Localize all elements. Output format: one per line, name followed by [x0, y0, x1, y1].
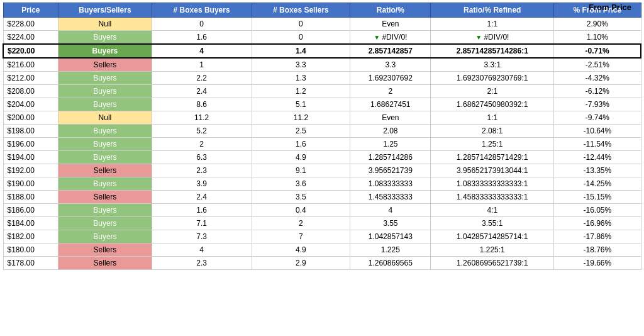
cell-ratio: 2.08 — [350, 125, 431, 138]
cell-boxes-buyers: 2.4 — [152, 85, 252, 98]
table-row: $204.00Buyers8.65.11.686274511.686274509… — [3, 98, 641, 111]
table-row: $198.00Buyers5.22.52.082.08:1-10.64% — [3, 125, 641, 138]
table-row: $188.00Sellers2.43.51.4583333331.4583333… — [3, 191, 641, 204]
cell-price: $198.00 — [3, 125, 58, 138]
cell-boxes-buyers: 2.3 — [152, 164, 252, 177]
cell-boxes-buyers: 4 — [152, 244, 252, 257]
from-price-label: From Price — [589, 3, 631, 12]
cell-from-price: -18.76% — [554, 244, 641, 257]
cell-from-price: -19.66% — [554, 257, 641, 270]
cell-buyers-sellers: Null — [58, 111, 152, 125]
cell-boxes-sellers: 3.5 — [252, 191, 350, 204]
cell-ratio-refined: 2:1 — [431, 85, 554, 98]
cell-boxes-sellers: 2.5 — [252, 125, 350, 138]
cell-ratio: ▼ #DIV/0! — [350, 31, 431, 45]
cell-boxes-buyers: 11.2 — [152, 111, 252, 125]
table-row: $212.00Buyers2.21.31.6923076921.69230769… — [3, 72, 641, 85]
cell-boxes-sellers: 1.2 — [252, 85, 350, 98]
cell-ratio: 3.956521739 — [350, 164, 431, 177]
cell-boxes-sellers: 1.3 — [252, 72, 350, 85]
cell-buyers-sellers: Sellers — [58, 244, 152, 257]
col-ratio-refined: Ratio/% Refined — [431, 3, 554, 18]
col-price: Price — [3, 3, 58, 18]
cell-ratio: 1.68627451 — [350, 98, 431, 111]
table-row: $182.00Buyers7.371.0428571431.0428571428… — [3, 230, 641, 244]
col-boxes-sellers: # Boxes Sellers — [252, 3, 350, 18]
cell-buyers-sellers: Buyers — [58, 177, 152, 191]
cell-boxes-sellers: 5.1 — [252, 98, 350, 111]
cell-buyers-sellers: Buyers — [58, 138, 152, 151]
cell-boxes-buyers: 4 — [152, 44, 252, 58]
cell-boxes-buyers: 1.6 — [152, 31, 252, 45]
cell-ratio-refined: 2.08:1 — [431, 125, 554, 138]
cell-ratio-refined: 1.26086956521739:1 — [431, 257, 554, 270]
cell-boxes-buyers: 7.3 — [152, 230, 252, 244]
cell-boxes-sellers: 11.2 — [252, 111, 350, 125]
cell-buyers-sellers: Buyers — [58, 44, 152, 58]
cell-price: $228.00 — [3, 18, 58, 31]
table-row: $208.00Buyers2.41.222:1-6.12% — [3, 85, 641, 98]
cell-price: $180.00 — [3, 244, 58, 257]
cell-buyers-sellers: Buyers — [58, 217, 152, 230]
cell-from-price: -12.44% — [554, 151, 641, 164]
table-row: $224.00Buyers1.60▼ #DIV/0!▼ #DIV/0!1.10% — [3, 31, 641, 45]
cell-price: $220.00 — [3, 44, 58, 58]
table-row: $184.00Buyers7.123.553.55:1-16.96% — [3, 217, 641, 230]
col-ratio: Ratio/% — [350, 3, 431, 18]
cell-ratio-refined: 2.85714285714286:1 — [431, 44, 554, 58]
cell-from-price: -10.64% — [554, 125, 641, 138]
cell-buyers-sellers: Sellers — [58, 257, 152, 270]
cell-boxes-buyers: 0 — [152, 18, 252, 31]
cell-from-price: -9.74% — [554, 111, 641, 125]
cell-buyers-sellers: Sellers — [58, 164, 152, 177]
cell-price: $208.00 — [3, 85, 58, 98]
cell-buyers-sellers: Buyers — [58, 230, 152, 244]
col-boxes-buyers: # Boxes Buyers — [152, 3, 252, 18]
cell-ratio: Even — [350, 111, 431, 125]
cell-price: $188.00 — [3, 191, 58, 204]
cell-ratio-refined: 3.55:1 — [431, 217, 554, 230]
cell-from-price: -14.25% — [554, 177, 641, 191]
cell-from-price: 2.90% — [554, 18, 641, 31]
cell-from-price: -16.05% — [554, 204, 641, 217]
cell-buyers-sellers: Buyers — [58, 72, 152, 85]
cell-boxes-sellers: 0.4 — [252, 204, 350, 217]
cell-from-price: -11.54% — [554, 138, 641, 151]
cell-ratio: 2.857142857 — [350, 44, 431, 58]
cell-ratio-refined: 1:1 — [431, 18, 554, 31]
cell-ratio: 2 — [350, 85, 431, 98]
cell-ratio-refined: 3.95652173913044:1 — [431, 164, 554, 177]
table-row: $180.00Sellers44.91.2251.225:1-18.76% — [3, 244, 641, 257]
cell-price: $194.00 — [3, 151, 58, 164]
cell-ratio-refined: 1:1 — [431, 111, 554, 125]
cell-price: $196.00 — [3, 138, 58, 151]
cell-from-price: 1.10% — [554, 31, 641, 45]
cell-boxes-sellers: 9.1 — [252, 164, 350, 177]
cell-from-price: -15.15% — [554, 191, 641, 204]
cell-from-price: -16.96% — [554, 217, 641, 230]
cell-boxes-sellers: 0 — [252, 18, 350, 31]
cell-buyers-sellers: Buyers — [58, 151, 152, 164]
cell-price: $178.00 — [3, 257, 58, 270]
cell-buyers-sellers: Buyers — [58, 98, 152, 111]
header-row: Price Buyers/Sellers # Boxes Buyers # Bo… — [3, 3, 641, 18]
cell-buyers-sellers: Buyers — [58, 85, 152, 98]
cell-from-price: -13.35% — [554, 164, 641, 177]
cell-boxes-sellers: 3.3 — [252, 58, 350, 72]
cell-ratio-refined: 1.25:1 — [431, 138, 554, 151]
cell-ratio-refined: 4:1 — [431, 204, 554, 217]
cell-price: $192.00 — [3, 164, 58, 177]
cell-buyers-sellers: Buyers — [58, 204, 152, 217]
cell-ratio-refined: 1.225:1 — [431, 244, 554, 257]
cell-ratio: 1.042857143 — [350, 230, 431, 244]
table-row: $200.00Null11.211.2Even1:1-9.74% — [3, 111, 641, 125]
cell-price: $216.00 — [3, 58, 58, 72]
cell-ratio: 1.225 — [350, 244, 431, 257]
cell-buyers-sellers: Null — [58, 18, 152, 31]
cell-from-price: -17.86% — [554, 230, 641, 244]
cell-ratio-refined: 1.68627450980392:1 — [431, 98, 554, 111]
cell-ratio: 3.55 — [350, 217, 431, 230]
cell-boxes-sellers: 7 — [252, 230, 350, 244]
cell-price: $186.00 — [3, 204, 58, 217]
cell-from-price: -6.12% — [554, 85, 641, 98]
